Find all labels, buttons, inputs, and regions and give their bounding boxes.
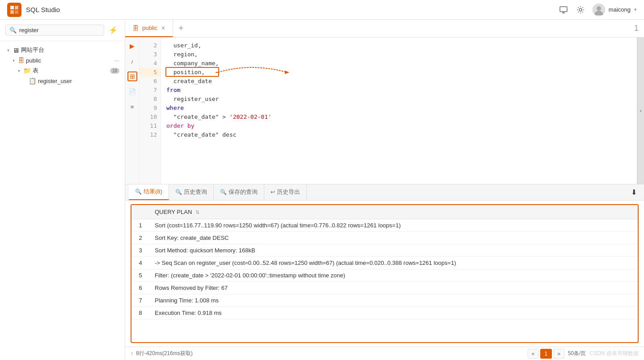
- row-num: 5: [131, 269, 149, 281]
- row-num: 7: [131, 294, 149, 306]
- user-area[interactable]: maicong ▾: [593, 4, 637, 16]
- first-page-btn[interactable]: «: [528, 349, 538, 359]
- settings-icon[interactable]: [576, 5, 585, 15]
- table-row: 1 Sort (cost=116.77..119.90 rows=1250 wi…: [131, 219, 638, 231]
- search-input[interactable]: [19, 27, 100, 33]
- table-row: 5 Filter: (create_date > '2022-02-01 00:…: [131, 269, 638, 281]
- line-num-10: 10: [140, 113, 161, 121]
- code-line-5: position,: [166, 68, 631, 77]
- row-num: 6: [131, 281, 149, 294]
- run-icon[interactable]: ▶: [127, 41, 137, 51]
- tab-close-icon[interactable]: ✕: [161, 25, 165, 31]
- plus-icon: +: [178, 23, 184, 33]
- row-content: -> Seq Scan on register_user (cost=0.00.…: [149, 256, 638, 269]
- export-icon: ↩: [271, 189, 275, 195]
- table-row: 6 Rows Removed by Filter: 67: [131, 281, 638, 294]
- table-row: 2 Sort Key: create_date DESC: [131, 231, 638, 244]
- svg-marker-10: [285, 71, 289, 74]
- status-right: « 1 » 50条/页 CSDN @表哥聊数据: [528, 349, 639, 359]
- chevron-left-icon: «: [531, 351, 534, 357]
- history-label: 历史查询: [184, 188, 207, 196]
- row-num: 3: [131, 244, 149, 256]
- status-bar: ↑ 8行-420ms(216ms获取) « 1 » 50条/页 CSDN @: [125, 347, 644, 360]
- tab-history-query[interactable]: 🔍 历史查询: [169, 184, 214, 200]
- history-icon: 🔍: [175, 189, 182, 195]
- sidebar-tree: ▾ 🖥 网站平台 ▾ 🗄 public ··· ▾ 📁 表 18 📋: [0, 41, 125, 360]
- sidebar-item-wangzhan[interactable]: ▾ 🖥 网站平台: [0, 45, 125, 55]
- monitor-icon[interactable]: [559, 5, 568, 15]
- code-line-2: user_id,: [166, 41, 631, 50]
- header-left: SQL Studio: [7, 3, 60, 17]
- col-query-plan: QUERY PLAN ⇅: [149, 205, 638, 219]
- svg-rect-3: [15, 10, 18, 14]
- editor-area: ▶ ♪ ⊞ 📄 ≡ 2 3 4 5 6 7 8 9 10 11: [125, 38, 644, 360]
- row-num: 2: [131, 231, 149, 244]
- column-header: QUERY PLAN: [155, 209, 192, 215]
- line-num-2: 2: [140, 41, 161, 50]
- sort-icon[interactable]: ⇅: [195, 209, 199, 215]
- search-icon: 🔍: [9, 27, 17, 33]
- doc-icon[interactable]: 📄: [127, 87, 137, 96]
- tab-export-history[interactable]: ↩ 历史导出: [264, 184, 307, 200]
- line-num-4: 4: [140, 59, 161, 68]
- code-editor[interactable]: user_id, region, company_name, position,: [161, 38, 637, 184]
- svg-point-7: [579, 8, 582, 11]
- svg-rect-0: [10, 6, 14, 9]
- line-numbers: 2 3 4 5 6 7 8 9 10 11 12: [140, 38, 161, 184]
- tab-results[interactable]: 🔍 结果(8): [129, 184, 169, 200]
- svg-rect-2: [10, 10, 14, 14]
- collapse-sidebar-btn[interactable]: ‹: [637, 38, 644, 184]
- line-num-12: 12: [140, 130, 161, 139]
- code-line-8: register_user: [166, 95, 631, 104]
- download-btn[interactable]: ⬇: [627, 188, 640, 197]
- more-icon[interactable]: ···: [114, 57, 119, 64]
- tab-public[interactable]: 🗄 public ✕: [125, 20, 173, 37]
- sidebar-item-public[interactable]: ▾ 🗄 public ···: [0, 55, 125, 65]
- tab-more-btn[interactable]: 1: [634, 24, 644, 33]
- row-content: Filter: (create_date > '2022-02-01 00:00…: [149, 269, 638, 281]
- line-num-5: 5: [140, 68, 161, 77]
- rows-per-page: 50条/页: [568, 350, 586, 357]
- table-icon: 📋: [29, 77, 36, 84]
- refresh-icon[interactable]: ⚡: [107, 24, 119, 36]
- tab-saved-query[interactable]: 🔍 保存的查询: [214, 184, 264, 200]
- row-content: Sort Method: quicksort Memory: 168kB: [149, 244, 638, 256]
- saved-icon: 🔍: [220, 189, 227, 195]
- svg-point-9: [597, 6, 601, 11]
- list-icon[interactable]: ≡: [127, 102, 137, 112]
- status-left: ↑ 8行-420ms(216ms获取): [131, 350, 193, 357]
- table-toolbar-icon[interactable]: ⊞: [127, 71, 137, 81]
- next-page-btn[interactable]: »: [554, 349, 564, 359]
- tree-arrow: ▾: [5, 48, 11, 53]
- results-icon: 🔍: [135, 188, 142, 195]
- music-icon[interactable]: ♪: [127, 56, 137, 66]
- col-num: [131, 205, 149, 219]
- row-content: Sort (cost=116.77..119.90 rows=1250 widt…: [149, 219, 638, 231]
- search-box: 🔍: [5, 25, 104, 36]
- results-label: 结果(8): [144, 188, 162, 196]
- username: maicong: [609, 6, 631, 13]
- code-line-12: "create_date" desc: [166, 130, 631, 139]
- server-icon: 🖥: [13, 46, 19, 54]
- tree-label: 表: [33, 67, 106, 75]
- query-plan-border: QUERY PLAN ⇅ 1 Sort (cost=116.77..119.90…: [131, 204, 639, 343]
- svg-rect-1: [15, 6, 18, 9]
- sidebar-item-tables[interactable]: ▾ 📁 表 18: [0, 65, 125, 76]
- line-num-8: 8: [140, 95, 161, 104]
- tree-label: public: [26, 57, 112, 64]
- code-line-7: from: [166, 86, 631, 95]
- tab-db-icon: 🗄: [132, 25, 139, 32]
- row-num: 1: [131, 219, 149, 231]
- query-table: QUERY PLAN ⇅ 1 Sort (cost=116.77..119.90…: [131, 205, 638, 319]
- sidebar-item-register-user[interactable]: 📋 register_user: [0, 76, 125, 86]
- table-row: 8 Execution Time: 0.918 ms: [131, 306, 638, 319]
- row-num: 8: [131, 306, 149, 319]
- app-logo: [7, 3, 21, 17]
- sidebar-search-area: 🔍 ⚡: [0, 20, 125, 41]
- main-layout: 🔍 ⚡ ▾ 🖥 网站平台 ▾ 🗄 public ··· ▾: [0, 20, 644, 360]
- status-arrow: ↑: [131, 351, 133, 357]
- row-content: Rows Removed by Filter: 67: [149, 281, 638, 294]
- db-icon: 🗄: [18, 57, 24, 64]
- row-content: Planning Time: 1.008 ms: [149, 294, 638, 306]
- new-tab-btn[interactable]: +: [173, 23, 634, 33]
